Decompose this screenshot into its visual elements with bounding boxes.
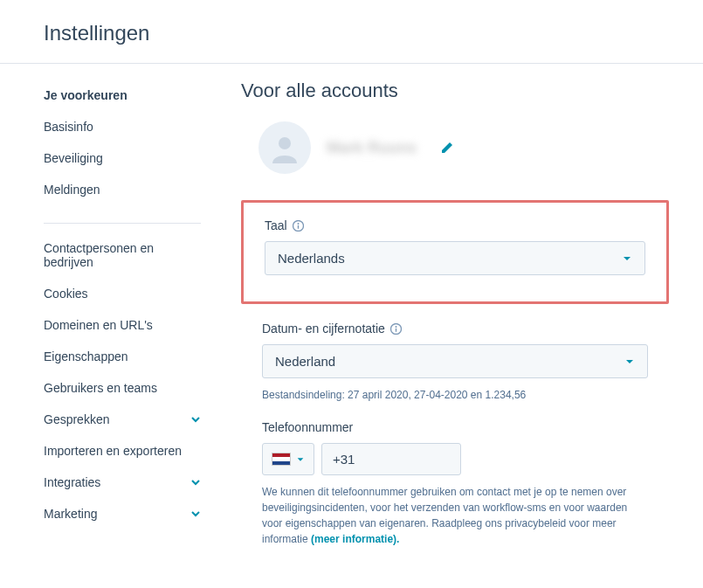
- language-label: Taal: [265, 218, 645, 232]
- phone-input[interactable]: [321, 443, 461, 475]
- date-format-select[interactable]: Nederland: [262, 344, 648, 378]
- caret-down-icon: [622, 253, 632, 264]
- date-format-label: Datum- en cijfernotatie: [262, 322, 648, 336]
- svg-rect-6: [396, 328, 396, 331]
- svg-point-5: [395, 326, 396, 328]
- label-text: Taal: [265, 218, 287, 232]
- sidebar-item-label: Beveiliging: [44, 151, 103, 165]
- sidebar-item-label: Eigenschappen: [44, 349, 128, 363]
- sidebar-item-label: Contactpersonen en bedrijven: [44, 241, 201, 269]
- sidebar-item-gesprekken[interactable]: Gesprekken: [44, 404, 201, 435]
- page-title: Instellingen: [44, 21, 703, 45]
- phone-helper: We kunnen dit telefoonnummer gebruiken o…: [262, 484, 648, 547]
- label-text: Datum- en cijfernotatie: [262, 322, 385, 336]
- phone-country-select[interactable]: [262, 443, 314, 475]
- profile-row: Mark Ruuns: [241, 121, 686, 174]
- caret-down-icon: [296, 455, 305, 464]
- avatar: [258, 121, 311, 174]
- chevron-down-icon: [190, 477, 201, 488]
- sidebar-item-integraties[interactable]: Integraties: [44, 467, 201, 498]
- sidebar-divider: [44, 223, 201, 224]
- caret-down-icon: [624, 356, 635, 367]
- info-icon[interactable]: [293, 220, 304, 232]
- sidebar-item-importeren[interactable]: Importeren en exporteren: [44, 435, 201, 467]
- chevron-down-icon: [190, 508, 201, 519]
- sidebar-item-label: Integraties: [44, 475, 100, 489]
- phone-label: Telefoonnummer: [262, 420, 648, 434]
- phone-helper-link[interactable]: (meer informatie).: [311, 533, 399, 545]
- sidebar-item-cookies[interactable]: Cookies: [44, 278, 201, 309]
- main-heading: Voor alle accounts: [241, 80, 686, 102]
- svg-rect-3: [297, 225, 298, 228]
- select-value: Nederland: [275, 354, 335, 369]
- main-content: Voor alle accounts Mark Ruuns Taal: [218, 64, 703, 582]
- date-format-helper: Bestandsindeling: 27 april 2020, 27-04-2…: [262, 387, 648, 403]
- sidebar-item-domeinen[interactable]: Domeinen en URL's: [44, 309, 201, 341]
- label-text: Telefoonnummer: [262, 420, 353, 434]
- sidebar-item-label: Gesprekken: [44, 412, 109, 426]
- language-select[interactable]: Nederlands: [265, 241, 645, 275]
- sidebar-item-label: Meldingen: [44, 183, 100, 197]
- sidebar-item-contactpersonen[interactable]: Contactpersonen en bedrijven: [44, 232, 201, 278]
- flag-nl-icon: [272, 453, 291, 466]
- sidebar-item-label: Gebruikers en teams: [44, 381, 157, 395]
- sidebar-item-meldingen[interactable]: Meldingen: [44, 174, 201, 205]
- phone-group: Telefoonnummer We kunnen dit telefoonnum…: [241, 420, 669, 547]
- sidebar-item-label: Importeren en exporteren: [44, 444, 182, 458]
- sidebar-item-label: Domeinen en URL's: [44, 318, 153, 332]
- page-header: Instellingen: [0, 0, 703, 64]
- svg-point-0: [279, 137, 291, 149]
- sidebar-item-label: Basisinfo: [44, 120, 93, 134]
- sidebar-item-label: Marketing: [44, 507, 97, 521]
- date-format-group: Datum- en cijfernotatie Nederland Bestan…: [241, 322, 669, 403]
- sidebar-heading-preferences: Je voorkeuren: [44, 80, 201, 111]
- sidebar-item-beveiliging[interactable]: Beveiliging: [44, 142, 201, 174]
- sidebar-item-label: Cookies: [44, 287, 88, 301]
- main-layout: Je voorkeuren Basisinfo Beveiliging Meld…: [0, 64, 703, 582]
- chevron-down-icon: [190, 414, 201, 425]
- edit-icon[interactable]: [441, 142, 453, 154]
- language-highlight-box: Taal Nederlands: [241, 200, 669, 304]
- sidebar-item-gebruikers[interactable]: Gebruikers en teams: [44, 372, 201, 404]
- select-value: Nederlands: [278, 251, 345, 266]
- sidebar-item-eigenschappen[interactable]: Eigenschappen: [44, 341, 201, 372]
- info-icon[interactable]: [390, 323, 402, 335]
- profile-name: Mark Ruuns: [327, 139, 417, 157]
- svg-point-2: [297, 223, 299, 225]
- sidebar-item-basisinfo[interactable]: Basisinfo: [44, 111, 201, 142]
- sidebar: Je voorkeuren Basisinfo Beveiliging Meld…: [44, 64, 218, 582]
- sidebar-item-marketing[interactable]: Marketing: [44, 498, 201, 529]
